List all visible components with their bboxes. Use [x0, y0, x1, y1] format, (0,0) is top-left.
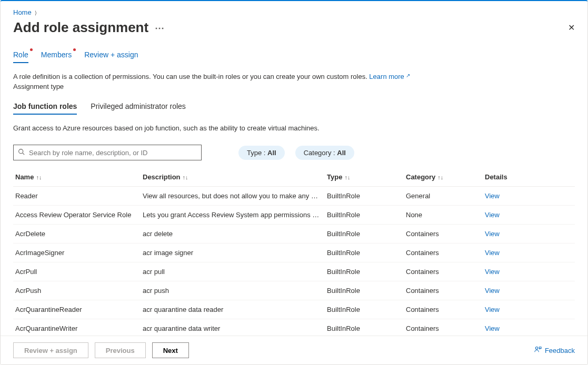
cell-cat: Containers: [406, 268, 485, 276]
view-link[interactable]: View: [485, 306, 500, 313]
cell-name: AcrDelete: [13, 230, 143, 238]
cell-name: AcrPush: [13, 287, 143, 295]
sort-icon: ↑↓: [183, 174, 188, 180]
cell-cat: Containers: [406, 249, 485, 257]
col-cat-label: Category: [406, 173, 435, 181]
sort-icon: ↑↓: [36, 174, 42, 180]
view-link[interactable]: View: [485, 268, 500, 276]
cell-name: Access Review Operator Service Role: [13, 211, 143, 219]
table-row[interactable]: AcrPullacr pullBuiltInRoleContainersView: [13, 262, 575, 281]
table-header: Name ↑↓ Description ↑↓ Type ↑↓ Category …: [13, 168, 575, 187]
feedback-link[interactable]: Feedback: [534, 346, 575, 355]
filter-type-value: All: [267, 149, 276, 157]
filter-type-label: Type :: [247, 149, 267, 157]
breadcrumb: Home ⟩: [13, 1, 575, 19]
table-row[interactable]: AcrPushacr pushBuiltInRoleContainersView: [13, 281, 575, 300]
col-type-label: Type: [327, 173, 342, 181]
cell-name: AcrQuarantineReader: [13, 306, 143, 313]
cell-desc: acr delete: [143, 230, 327, 238]
col-name-header[interactable]: Name ↑↓: [13, 173, 143, 181]
view-link[interactable]: View: [485, 287, 500, 295]
cell-cat: None: [406, 211, 485, 219]
assignment-type-label: Assignment type: [13, 83, 575, 90]
learn-more-link[interactable]: Learn more↗: [369, 73, 410, 80]
subtab-priv-label: Privileged administrator roles: [91, 102, 186, 110]
more-icon[interactable]: ⋯: [155, 22, 165, 34]
cell-type: BuiltInRole: [327, 325, 406, 332]
search-input[interactable]: [28, 148, 197, 157]
previous-button: Previous: [95, 342, 146, 358]
table-row[interactable]: AcrImageSigneracr image signerBuiltInRol…: [13, 244, 575, 262]
view-link[interactable]: View: [485, 249, 500, 257]
required-dot-icon: [30, 48, 33, 51]
cell-desc: acr pull: [143, 268, 327, 276]
external-link-icon: ↗: [406, 73, 410, 78]
required-dot-icon: [73, 48, 76, 51]
close-icon[interactable]: ✕: [568, 21, 575, 35]
cell-type: BuiltInRole: [327, 211, 406, 219]
feedback-label: Feedback: [545, 347, 575, 354]
table-row[interactable]: Access Review Operator Service RoleLets …: [13, 206, 575, 225]
cell-type: BuiltInRole: [327, 287, 406, 295]
col-cat-header[interactable]: Category ↑↓: [406, 173, 485, 181]
cell-cat: General: [406, 192, 485, 200]
col-name-label: Name: [15, 173, 34, 181]
search-icon: [18, 148, 25, 157]
learn-more-label: Learn more: [369, 73, 404, 80]
cell-desc: acr image signer: [143, 249, 327, 257]
svg-point-2: [535, 347, 538, 349]
tab-role-label: Role: [13, 50, 28, 59]
next-button[interactable]: Next: [152, 342, 189, 358]
cell-desc: acr push: [143, 287, 327, 295]
filter-category-pill[interactable]: Category : All: [295, 146, 354, 160]
cell-type: BuiltInRole: [327, 249, 406, 257]
sort-icon: ↑↓: [344, 174, 350, 180]
footer: Review + assign Previous Next Feedback: [1, 336, 587, 364]
table-row[interactable]: AcrQuarantineReaderacr quarantine data r…: [13, 300, 575, 319]
main-tabs: Role Members Review + assign: [13, 47, 575, 63]
breadcrumb-home[interactable]: Home: [13, 8, 32, 16]
subtab-privileged[interactable]: Privileged administrator roles: [91, 102, 186, 115]
intro-text: A role definition is a collection of per…: [13, 73, 575, 80]
svg-line-1: [23, 153, 24, 155]
cell-cat: Containers: [406, 306, 485, 313]
cell-type: BuiltInRole: [327, 268, 406, 276]
cell-name: AcrQuarantineWriter: [13, 325, 143, 332]
page-title-text: Add role assignment: [13, 19, 148, 36]
search-input-wrapper[interactable]: [13, 145, 202, 160]
view-link[interactable]: View: [485, 230, 500, 238]
filter-type-pill[interactable]: Type : All: [238, 146, 285, 160]
subtab-description: Grant access to Azure resources based on…: [13, 124, 575, 132]
filter-cat-value: All: [337, 149, 346, 157]
cell-desc: View all resources, but does not allow y…: [143, 192, 327, 200]
col-type-header[interactable]: Type ↑↓: [327, 173, 406, 181]
subtab-job-function[interactable]: Job function roles: [13, 102, 77, 115]
col-desc-label: Description: [143, 173, 181, 181]
filter-cat-label: Category :: [304, 149, 337, 157]
cell-type: BuiltInRole: [327, 306, 406, 313]
cell-cat: Containers: [406, 230, 485, 238]
intro-body: A role definition is a collection of per…: [13, 73, 369, 80]
cell-type: BuiltInRole: [327, 192, 406, 200]
table-row[interactable]: AcrQuarantineWriteracr quarantine data w…: [13, 319, 575, 336]
chevron-right-icon: ⟩: [35, 10, 37, 16]
col-desc-header[interactable]: Description ↑↓: [143, 173, 327, 181]
subtab-job-label: Job function roles: [13, 102, 77, 110]
cell-name: Reader: [13, 192, 143, 200]
sort-icon: ↑↓: [437, 174, 443, 180]
cell-cat: Containers: [406, 287, 485, 295]
cell-desc: acr quarantine data writer: [143, 325, 327, 332]
view-link[interactable]: View: [485, 211, 500, 219]
col-det-header: Details: [485, 173, 548, 181]
col-det-label: Details: [485, 173, 507, 181]
roles-table: Name ↑↓ Description ↑↓ Type ↑↓ Category …: [13, 168, 575, 336]
tab-members[interactable]: Members: [41, 47, 72, 63]
view-link[interactable]: View: [485, 192, 500, 200]
cell-desc: Lets you grant Access Review System app …: [143, 211, 327, 219]
feedback-icon: [534, 346, 542, 355]
tab-role[interactable]: Role: [13, 47, 28, 63]
tab-review[interactable]: Review + assign: [84, 47, 138, 63]
view-link[interactable]: View: [485, 325, 500, 332]
table-row[interactable]: ReaderView all resources, but does not a…: [13, 187, 575, 206]
table-row[interactable]: AcrDeleteacr deleteBuiltInRoleContainers…: [13, 225, 575, 244]
